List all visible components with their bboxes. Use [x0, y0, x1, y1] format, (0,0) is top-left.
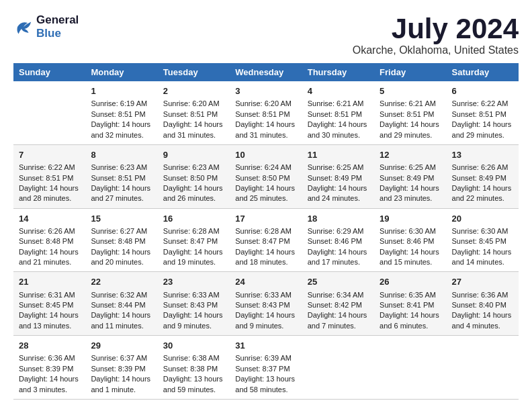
calendar-cell: 12Sunrise: 6:25 AMSunset: 8:49 PMDayligh… — [374, 144, 446, 208]
header-saturday: Saturday — [447, 63, 519, 81]
calendar-cell: 24Sunrise: 6:33 AMSunset: 8:43 PMDayligh… — [230, 272, 302, 336]
sunset-text: Sunset: 8:51 PM — [91, 110, 145, 118]
daylight-text: Daylight: 14 hours and 3 minutes. — [19, 375, 79, 393]
sunrise-text: Sunrise: 6:28 AM — [163, 227, 220, 235]
sunset-text: Sunset: 8:51 PM — [163, 110, 218, 118]
sunrise-text: Sunrise: 6:32 AM — [91, 291, 147, 299]
day-number: 9 — [163, 149, 224, 161]
calendar-cell: 16Sunrise: 6:28 AMSunset: 8:47 PMDayligh… — [158, 208, 230, 272]
calendar-cell: 29Sunrise: 6:37 AMSunset: 8:39 PMDayligh… — [85, 336, 157, 400]
calendar-week-1: 1Sunrise: 6:19 AMSunset: 8:51 PMDaylight… — [13, 81, 519, 144]
day-number: 30 — [163, 340, 224, 352]
sunset-text: Sunset: 8:51 PM — [380, 110, 434, 118]
day-number: 16 — [163, 213, 224, 225]
sunset-text: Sunset: 8:46 PM — [308, 237, 362, 245]
daylight-text: Daylight: 14 hours and 9 minutes. — [235, 311, 295, 329]
day-number: 1 — [91, 85, 152, 97]
header-wednesday: Wednesday — [230, 63, 302, 81]
daylight-text: Daylight: 14 hours and 21 minutes. — [19, 248, 79, 266]
sunrise-text: Sunrise: 6:36 AM — [452, 291, 508, 299]
calendar-cell — [302, 336, 374, 400]
day-number: 18 — [308, 213, 369, 225]
calendar-cell: 8Sunrise: 6:23 AMSunset: 8:51 PMDaylight… — [85, 144, 157, 208]
sunset-text: Sunset: 8:43 PM — [163, 301, 218, 309]
calendar-cell: 28Sunrise: 6:36 AMSunset: 8:39 PMDayligh… — [13, 336, 85, 400]
sunset-text: Sunset: 8:39 PM — [19, 365, 73, 373]
daylight-text: Daylight: 14 hours and 22 minutes. — [452, 184, 512, 202]
daylight-text: Daylight: 14 hours and 23 minutes. — [380, 184, 439, 202]
daylight-text: Daylight: 14 hours and 6 minutes. — [380, 311, 439, 329]
calendar-cell: 9Sunrise: 6:23 AMSunset: 8:50 PMDaylight… — [158, 144, 230, 208]
sunrise-text: Sunrise: 6:20 AM — [235, 99, 292, 107]
calendar-cell — [447, 336, 519, 400]
calendar-cell: 27Sunrise: 6:36 AMSunset: 8:40 PMDayligh… — [447, 272, 519, 336]
daylight-text: Daylight: 14 hours and 31 minutes. — [163, 120, 223, 138]
daylight-text: Daylight: 14 hours and 31 minutes. — [235, 120, 295, 138]
calendar-cell: 15Sunrise: 6:27 AMSunset: 8:48 PMDayligh… — [85, 208, 157, 272]
sunset-text: Sunset: 8:44 PM — [91, 301, 145, 309]
day-number: 4 — [308, 85, 369, 97]
sunset-text: Sunset: 8:38 PM — [163, 365, 218, 373]
sunrise-text: Sunrise: 6:23 AM — [163, 163, 220, 171]
header-thursday: Thursday — [302, 63, 374, 81]
sunset-text: Sunset: 8:48 PM — [19, 237, 73, 245]
sunset-text: Sunset: 8:47 PM — [163, 237, 218, 245]
daylight-text: Daylight: 14 hours and 28 minutes. — [19, 184, 79, 202]
sunset-text: Sunset: 8:50 PM — [163, 174, 218, 182]
calendar-week-5: 28Sunrise: 6:36 AMSunset: 8:39 PMDayligh… — [13, 336, 519, 400]
daylight-text: Daylight: 14 hours and 15 minutes. — [380, 248, 439, 266]
day-number: 12 — [380, 149, 441, 161]
day-number: 25 — [308, 276, 369, 288]
calendar-cell: 25Sunrise: 6:34 AMSunset: 8:42 PMDayligh… — [302, 272, 374, 336]
calendar-cell: 10Sunrise: 6:24 AMSunset: 8:50 PMDayligh… — [230, 144, 302, 208]
calendar-cell: 31Sunrise: 6:39 AMSunset: 8:37 PMDayligh… — [230, 336, 302, 400]
sunrise-text: Sunrise: 6:25 AM — [380, 163, 436, 171]
day-number: 21 — [19, 276, 80, 288]
sunset-text: Sunset: 8:45 PM — [452, 237, 506, 245]
day-number: 19 — [380, 213, 441, 225]
sunrise-text: Sunrise: 6:33 AM — [235, 291, 292, 299]
sunset-text: Sunset: 8:40 PM — [452, 301, 506, 309]
daylight-text: Daylight: 14 hours and 30 minutes. — [308, 120, 367, 138]
sunset-text: Sunset: 8:41 PM — [380, 301, 434, 309]
daylight-text: Daylight: 14 hours and 13 minutes. — [19, 311, 79, 329]
day-number: 6 — [452, 85, 513, 97]
sunrise-text: Sunrise: 6:36 AM — [19, 354, 75, 362]
sunrise-text: Sunrise: 6:22 AM — [452, 99, 508, 107]
day-number: 7 — [19, 149, 80, 161]
day-number: 10 — [235, 149, 296, 161]
sunset-text: Sunset: 8:37 PM — [235, 365, 290, 373]
daylight-text: Daylight: 14 hours and 25 minutes. — [235, 184, 295, 202]
sunset-text: Sunset: 8:42 PM — [308, 301, 362, 309]
sunrise-text: Sunrise: 6:33 AM — [163, 291, 220, 299]
day-number: 22 — [91, 276, 152, 288]
calendar-cell: 4Sunrise: 6:21 AMSunset: 8:51 PMDaylight… — [302, 81, 374, 144]
sunrise-text: Sunrise: 6:28 AM — [235, 227, 292, 235]
calendar-cell: 18Sunrise: 6:29 AMSunset: 8:46 PMDayligh… — [302, 208, 374, 272]
sunrise-text: Sunrise: 6:19 AM — [91, 99, 147, 107]
day-number: 23 — [163, 276, 224, 288]
daylight-text: Daylight: 14 hours and 32 minutes. — [91, 120, 150, 138]
day-number: 29 — [91, 340, 152, 352]
sunset-text: Sunset: 8:39 PM — [91, 365, 145, 373]
sunrise-text: Sunrise: 6:21 AM — [308, 99, 364, 107]
day-number: 2 — [163, 85, 224, 97]
sunrise-text: Sunrise: 6:26 AM — [19, 227, 75, 235]
daylight-text: Daylight: 14 hours and 20 minutes. — [91, 248, 150, 266]
calendar-cell: 3Sunrise: 6:20 AMSunset: 8:51 PMDaylight… — [230, 81, 302, 144]
day-number: 28 — [19, 340, 80, 352]
calendar-cell: 20Sunrise: 6:30 AMSunset: 8:45 PMDayligh… — [447, 208, 519, 272]
calendar-cell: 21Sunrise: 6:31 AMSunset: 8:45 PMDayligh… — [13, 272, 85, 336]
sunrise-text: Sunrise: 6:21 AM — [380, 99, 436, 107]
calendar-cell: 23Sunrise: 6:33 AMSunset: 8:43 PMDayligh… — [158, 272, 230, 336]
sunset-text: Sunset: 8:49 PM — [308, 174, 362, 182]
calendar-cell: 5Sunrise: 6:21 AMSunset: 8:51 PMDaylight… — [374, 81, 446, 144]
logo-icon — [13, 17, 34, 37]
sunrise-text: Sunrise: 6:30 AM — [380, 227, 436, 235]
daylight-text: Daylight: 14 hours and 1 minute. — [91, 375, 150, 393]
sunset-text: Sunset: 8:51 PM — [19, 174, 73, 182]
calendar-cell: 7Sunrise: 6:22 AMSunset: 8:51 PMDaylight… — [13, 144, 85, 208]
day-number: 13 — [452, 149, 513, 161]
calendar-cell — [374, 336, 446, 400]
day-number: 14 — [19, 213, 80, 225]
